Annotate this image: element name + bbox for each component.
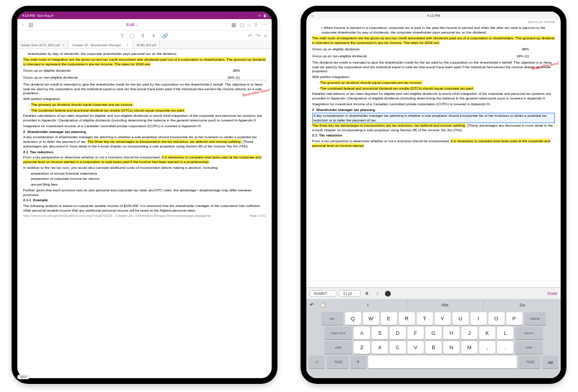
body-text: The following analysis is based on corpo…	[23, 204, 266, 213]
status-bar: 4:13 PM Sun Aug 8 ᯤ ▮▯	[17, 12, 272, 19]
body-text: Integration for investment income of a C…	[23, 124, 266, 128]
ipad-left: 4:13 PM Sun Aug 8 ᯤ ▮▯ ‹ ▥ Edit ⌄ ▦ ◻ ⌕ …	[12, 6, 277, 384]
share-icon[interactable]: ⇧	[254, 22, 258, 28]
text-tool-icon[interactable]: T	[121, 33, 124, 39]
key-t[interactable]: T	[417, 312, 433, 325]
key-o[interactable]: O	[488, 312, 505, 325]
section-heading: 2.1 Tax reduction	[23, 150, 266, 154]
key-u[interactable]: U	[453, 312, 469, 325]
section-heading: 2.1 Tax reduction	[312, 133, 555, 138]
list-item: · preparation of annual financial statem…	[23, 171, 266, 176]
sidebar-icon[interactable]: ▥	[28, 22, 34, 28]
key-y[interactable]: Y	[435, 312, 451, 325]
done-button[interactable]: Done	[547, 291, 557, 295]
key-numbers-left[interactable]: .?123	[327, 356, 349, 368]
document-view[interactable]: 2019-11-24, 8:43 AM • When income is ear…	[306, 19, 561, 287]
key-shift-right[interactable]: shift	[515, 341, 543, 354]
key-tab[interactable]: tab	[321, 312, 343, 325]
annotation-toolbar: T ▢ 🎙 ✶ 🔗 ↶ ↷ ≡	[17, 31, 272, 41]
key-a[interactable]: A	[354, 327, 370, 339]
status-date: Sun Aug 8	[37, 14, 53, 17]
stamp-tool-icon[interactable]: ✶	[151, 33, 156, 39]
key-r[interactable]: R	[399, 312, 415, 325]
key-e[interactable]: E	[381, 312, 397, 325]
key-w[interactable]: W	[363, 312, 379, 325]
document-view[interactable]: shareholder by way of dividends, the cor…	[17, 49, 272, 378]
tab-3[interactable]: NORI_EN.pdf	[133, 41, 160, 49]
prediction-2[interactable]: We	[407, 299, 484, 310]
key-d[interactable]: D	[390, 327, 406, 339]
page-indicator[interactable]: 2/21	[17, 375, 29, 378]
italic-button[interactable]: I	[373, 290, 381, 298]
key-shift-left[interactable]: shift	[324, 341, 352, 354]
undo-icon[interactable]: ↶	[310, 302, 314, 308]
image-tool-icon[interactable]: ▢	[129, 33, 135, 39]
key-space[interactable]	[368, 356, 517, 368]
key-b[interactable]: B	[425, 341, 442, 354]
body-text: The dividend tax credit is intended to g…	[312, 60, 555, 73]
key-x[interactable]: X	[372, 341, 388, 354]
search-icon[interactable]: ⌕	[247, 22, 250, 28]
size-select[interactable]: 11 pt⌄	[339, 290, 361, 297]
screen-right: ✕ 4:12 PM 2019-11-24, 8:43 AM • When inc…	[306, 12, 561, 378]
body-text: Detailed calculations of tax rates requi…	[23, 113, 266, 123]
bold-button[interactable]: B	[363, 290, 371, 298]
key-h[interactable]: H	[443, 327, 460, 339]
status-time: 4:12 PM	[427, 14, 440, 17]
color-button[interactable]	[384, 290, 392, 298]
tab-1[interactable]: Adobe Scan Jul 5, 2021.pdf✕	[17, 41, 69, 49]
list-item: · annual filing fees	[23, 182, 266, 187]
key-s[interactable]: S	[372, 327, 388, 339]
ipad-right: ✕ 4:12 PM 2019-11-24, 8:43 AM • When inc…	[301, 6, 566, 384]
key-f[interactable]: F	[407, 327, 424, 339]
key-dismiss[interactable]: ⌨	[542, 356, 558, 368]
key-i[interactable]: I	[470, 312, 487, 325]
prediction-1[interactable]: I	[329, 299, 407, 310]
key-period[interactable]: .	[497, 341, 513, 354]
key-z[interactable]: Z	[354, 341, 370, 354]
redo-icon[interactable]: ↷	[256, 33, 261, 39]
wifi-icon: ᯤ	[258, 14, 262, 17]
key-c[interactable]: C	[390, 341, 406, 354]
clipboard-icon[interactable]: 📋	[320, 302, 326, 308]
audio-tool-icon[interactable]: 🎙	[140, 33, 146, 39]
close-icon[interactable]: ✕	[311, 14, 314, 19]
font-select[interactable]: ArialMT⌄	[310, 290, 336, 297]
back-icon[interactable]: ‹	[22, 22, 24, 28]
more-icon[interactable]: ⋯	[262, 22, 267, 28]
key-m[interactable]: M	[461, 341, 477, 354]
key-p[interactable]: P	[506, 312, 523, 325]
key-comma[interactable]: ,	[479, 341, 495, 354]
key-v[interactable]: V	[407, 341, 424, 354]
key-mic[interactable]: 🎙	[350, 356, 366, 368]
thumbnails-icon[interactable]: ▦	[231, 22, 236, 28]
close-icon[interactable]: ✕	[62, 43, 65, 47]
text-selection[interactable]: A key consideration in shareholder manag…	[312, 113, 555, 123]
undo-icon[interactable]: ↶	[248, 33, 253, 39]
key-l[interactable]: L	[497, 327, 513, 339]
key-j[interactable]: J	[461, 327, 477, 339]
key-capslock[interactable]: caps lock	[324, 327, 352, 339]
key-k[interactable]: K	[479, 327, 495, 339]
key-delete[interactable]: delete	[524, 312, 546, 325]
key-g[interactable]: G	[425, 327, 442, 339]
body-text: In addition to the net tax cost, one wou…	[23, 165, 266, 170]
menu-icon[interactable]: ≡	[264, 33, 267, 39]
key-q[interactable]: Q	[345, 312, 361, 325]
body-text: The dividend tax credit is intended to g…	[23, 82, 266, 95]
link-tool-icon[interactable]: 🔗	[162, 33, 168, 39]
body-text: shareholder by way of dividends, the cor…	[23, 51, 266, 56]
key-numbers-right[interactable]: .?123	[518, 356, 540, 368]
close-icon[interactable]: ✕	[126, 43, 129, 47]
body-text: With perfect integration:	[312, 75, 555, 79]
section-heading: 2 Shareholder manager tax planning	[312, 108, 555, 112]
bookmark-icon[interactable]: ◻	[240, 22, 244, 28]
tab-2[interactable]: Chapter 33 - Shareholder Manager…✕	[69, 41, 134, 49]
bullet-item: The combined federal and provincial divi…	[23, 108, 266, 113]
key-emoji[interactable]: ☺	[309, 356, 325, 368]
key-n[interactable]: N	[443, 341, 460, 354]
mode-title[interactable]: Edit ⌄	[34, 22, 231, 27]
key-return[interactable]: return	[515, 327, 543, 339]
edit-toolbar: ‹ ▥ Edit ⌄ ▦ ◻ ⌕ ⇧ ⋯	[17, 19, 272, 31]
prediction-3[interactable]: So	[484, 299, 561, 310]
